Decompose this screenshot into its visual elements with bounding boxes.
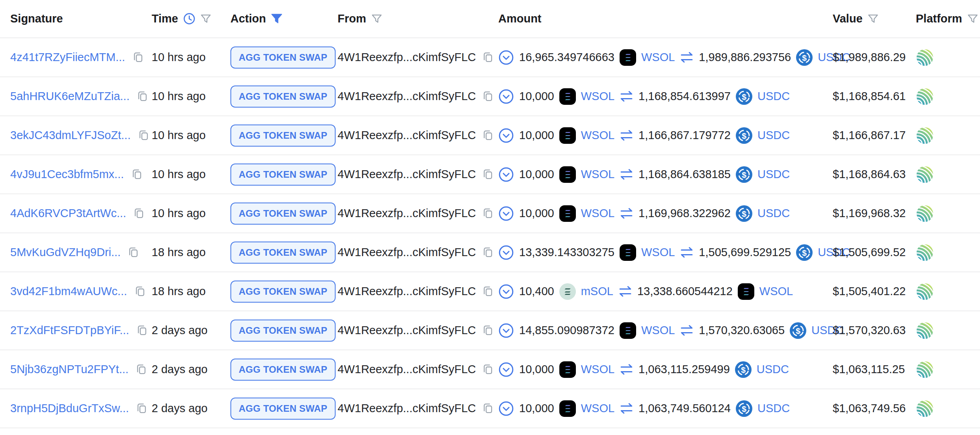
signature-link[interactable]: 5ahHRUK6eMZuTZia...: [10, 90, 130, 103]
signature-link[interactable]: 5Njb36zgNPTu2FPYt...: [10, 363, 128, 376]
time-ago: 2 days ago: [152, 324, 208, 337]
from-address[interactable]: 4W1Reexzfp...cKimfSyFLC: [338, 90, 476, 103]
token-out-link[interactable]: USDC: [757, 402, 790, 415]
token-in-link[interactable]: WSOL: [641, 51, 675, 64]
from-address[interactable]: 4W1Reexzfp...cKimfSyFLC: [338, 324, 476, 337]
copy-icon[interactable]: [482, 168, 493, 180]
clock-icon[interactable]: [183, 13, 195, 25]
filter-icon[interactable]: [371, 14, 382, 24]
platform-icon[interactable]: [916, 322, 934, 340]
token-out-link[interactable]: USDC: [757, 129, 790, 142]
token-in-link[interactable]: WSOL: [581, 402, 614, 415]
signature-link[interactable]: 3ekJC43dmLYFJSoZt...: [10, 129, 131, 142]
usdc-icon: $: [736, 166, 752, 183]
action-badge[interactable]: AGG TOKEN SWAP: [230, 164, 336, 186]
token-out-link[interactable]: USDC: [757, 363, 789, 376]
expand-chevron-icon[interactable]: [498, 89, 514, 104]
from-address[interactable]: 4W1Reexzfp...cKimfSyFLC: [338, 246, 476, 259]
signature-link[interactable]: 4vJ9u1Cec3bfm5mx...: [10, 168, 124, 181]
signature-link[interactable]: 4z41t7RZyFiiecMTM...: [10, 51, 125, 64]
token-in-link[interactable]: WSOL: [581, 168, 614, 181]
platform-icon[interactable]: [916, 244, 934, 262]
from-address[interactable]: 4W1Reexzfp...cKimfSyFLC: [338, 207, 476, 220]
platform-icon[interactable]: [916, 400, 934, 418]
action-badge[interactable]: AGG TOKEN SWAP: [230, 359, 336, 381]
from-address[interactable]: 4W1Reexzfp...cKimfSyFLC: [338, 285, 476, 298]
copy-icon[interactable]: [135, 363, 146, 376]
action-badge[interactable]: AGG TOKEN SWAP: [230, 46, 336, 69]
signature-link[interactable]: 4AdK6RVCP3tArtWc...: [10, 207, 126, 220]
expand-chevron-icon[interactable]: [498, 245, 514, 260]
copy-icon[interactable]: [482, 129, 493, 141]
copy-icon[interactable]: [138, 129, 148, 141]
platform-icon[interactable]: [916, 204, 934, 223]
platform-icon[interactable]: [916, 361, 934, 379]
copy-icon[interactable]: [133, 207, 144, 219]
copy-icon[interactable]: [132, 51, 143, 63]
token-out-link[interactable]: USDC: [757, 207, 790, 220]
time-ago: 10 hrs ago: [152, 129, 206, 142]
action-badge[interactable]: AGG TOKEN SWAP: [230, 320, 336, 342]
action-badge[interactable]: AGG TOKEN SWAP: [230, 125, 336, 147]
action-badge[interactable]: AGG TOKEN SWAP: [230, 281, 336, 303]
expand-chevron-icon[interactable]: [498, 128, 514, 143]
expand-chevron-icon[interactable]: [498, 284, 514, 299]
filter-icon[interactable]: [200, 14, 211, 24]
signature-link[interactable]: 5MvKuGdVZHq9Dri...: [10, 246, 121, 259]
amount-in: 10,000: [519, 90, 554, 103]
from-address[interactable]: 4W1Reexzfp...cKimfSyFLC: [338, 363, 476, 376]
expand-chevron-icon[interactable]: [498, 401, 514, 416]
token-in-link[interactable]: WSOL: [581, 90, 614, 103]
from-address[interactable]: 4W1Reexzfp...cKimfSyFLC: [338, 168, 476, 181]
token-in-link[interactable]: WSOL: [581, 363, 614, 376]
usdc-icon: $: [790, 322, 806, 339]
copy-icon[interactable]: [482, 51, 493, 63]
copy-icon[interactable]: [136, 402, 147, 415]
col-header-signature: Signature: [10, 12, 63, 25]
signature-link[interactable]: 2TzXdFtFSFDTpBYiF...: [10, 324, 129, 337]
action-badge[interactable]: AGG TOKEN SWAP: [230, 203, 336, 225]
copy-icon[interactable]: [482, 207, 493, 219]
copy-icon[interactable]: [134, 285, 145, 297]
copy-icon[interactable]: [482, 285, 493, 297]
token-in-link[interactable]: WSOL: [581, 207, 614, 220]
filter-icon[interactable]: [967, 14, 978, 24]
platform-icon[interactable]: [916, 283, 934, 301]
expand-chevron-icon[interactable]: [498, 323, 514, 338]
copy-icon[interactable]: [131, 168, 142, 180]
copy-icon[interactable]: [482, 324, 493, 336]
token-in-link[interactable]: mSOL: [581, 285, 613, 298]
copy-icon[interactable]: [137, 90, 147, 102]
filter-active-icon[interactable]: [271, 13, 282, 24]
signature-link[interactable]: 3vd42F1bm4wAUWc...: [10, 285, 127, 298]
platform-icon[interactable]: [916, 87, 934, 106]
filter-icon[interactable]: [868, 14, 878, 24]
expand-chevron-icon[interactable]: [498, 50, 514, 65]
platform-icon[interactable]: [916, 48, 934, 67]
expand-chevron-icon[interactable]: [498, 206, 514, 221]
from-address[interactable]: 4W1Reexzfp...cKimfSyFLC: [338, 402, 476, 415]
token-out-link[interactable]: USDC: [757, 90, 790, 103]
from-address[interactable]: 4W1Reexzfp...cKimfSyFLC: [338, 129, 476, 142]
action-badge[interactable]: AGG TOKEN SWAP: [230, 242, 336, 264]
action-badge[interactable]: AGG TOKEN SWAP: [230, 398, 336, 420]
copy-icon[interactable]: [482, 246, 493, 258]
copy-icon[interactable]: [482, 90, 493, 102]
expand-chevron-icon[interactable]: [498, 362, 514, 377]
platform-icon[interactable]: [916, 126, 934, 145]
action-badge[interactable]: AGG TOKEN SWAP: [230, 86, 336, 108]
from-address[interactable]: 4W1Reexzfp...cKimfSyFLC: [338, 51, 476, 64]
signature-link[interactable]: 3rnpH5DjBduGrTxSw...: [10, 402, 129, 415]
token-out-link[interactable]: USDC: [757, 168, 790, 181]
copy-icon[interactable]: [128, 246, 138, 258]
expand-chevron-icon[interactable]: [498, 167, 514, 182]
token-out-link[interactable]: WSOL: [759, 285, 793, 298]
token-in-link[interactable]: WSOL: [581, 129, 614, 142]
token-in-link[interactable]: WSOL: [641, 246, 675, 259]
wsol-icon: [559, 205, 576, 222]
copy-icon[interactable]: [136, 324, 147, 336]
copy-icon[interactable]: [482, 363, 493, 376]
copy-icon[interactable]: [482, 402, 493, 415]
token-in-link[interactable]: WSOL: [641, 324, 675, 337]
platform-icon[interactable]: [916, 165, 934, 184]
